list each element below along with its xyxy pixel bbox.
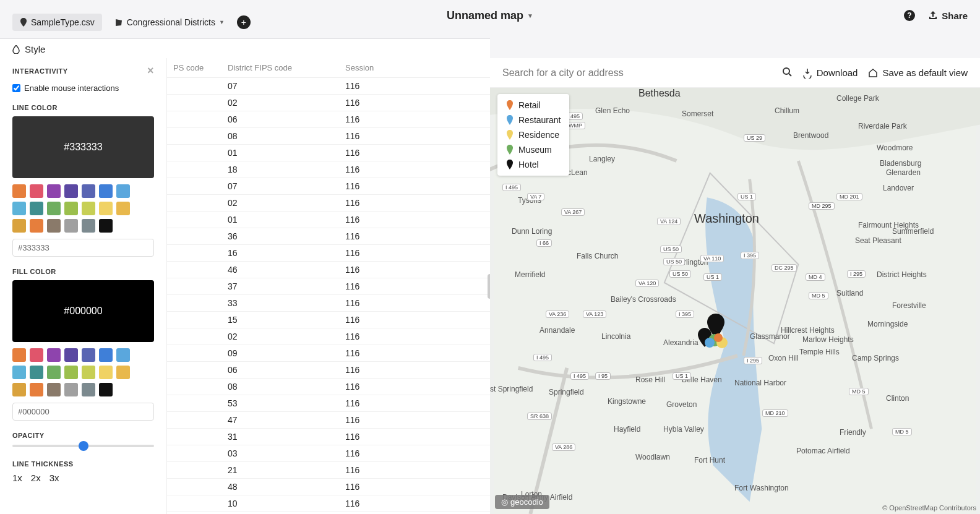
color-swatch[interactable]: [30, 184, 43, 198]
thickness-2x[interactable]: 2x: [31, 473, 41, 483]
add-layer-button[interactable]: +: [237, 15, 251, 29]
color-swatch[interactable]: [99, 383, 113, 396]
share-button[interactable]: Share: [928, 11, 968, 21]
search-input[interactable]: [502, 67, 772, 79]
color-swatch[interactable]: [99, 202, 113, 215]
tab-sample[interactable]: SampleType.csv: [12, 14, 102, 31]
enable-mouse-checkbox[interactable]: [12, 84, 20, 92]
map[interactable]: Washington Bethesda Glen EchoSomersetChi…: [490, 88, 980, 514]
map-title-text: Unnamed map: [447, 9, 523, 22]
color-swatch[interactable]: [82, 383, 95, 396]
color-swatch[interactable]: [116, 366, 130, 379]
color-swatch[interactable]: [99, 219, 113, 233]
table-row[interactable]: 08116: [167, 379, 490, 395]
table-row[interactable]: 18116: [167, 161, 490, 178]
color-swatch[interactable]: [64, 219, 78, 233]
close-icon[interactable]: ×: [147, 64, 154, 77]
color-swatch[interactable]: [99, 366, 113, 379]
color-swatch[interactable]: [82, 202, 95, 215]
opacity-slider[interactable]: [12, 445, 154, 447]
color-swatch[interactable]: [82, 184, 95, 198]
thickness-3x[interactable]: 3x: [49, 473, 59, 483]
download-button[interactable]: Download: [802, 67, 858, 79]
color-swatch[interactable]: [82, 348, 95, 362]
color-swatch[interactable]: [99, 348, 113, 362]
color-swatch[interactable]: [30, 219, 43, 233]
color-swatch[interactable]: [47, 383, 61, 396]
cell-session: 116: [345, 298, 490, 308]
legend-item[interactable]: Museum: [497, 142, 569, 157]
table-row[interactable]: 02116: [167, 328, 490, 345]
table-row[interactable]: 02116: [167, 95, 490, 111]
color-swatch[interactable]: [64, 383, 78, 396]
legend-item[interactable]: Residence: [497, 127, 569, 142]
marker-cluster[interactable]: [691, 311, 741, 362]
color-swatch[interactable]: [47, 184, 61, 198]
line-color-input[interactable]: [12, 239, 154, 257]
table-row[interactable]: 09116: [167, 345, 490, 362]
color-swatch[interactable]: [116, 202, 130, 215]
color-swatch[interactable]: [12, 202, 26, 215]
map-title[interactable]: Unnamed map ▼: [447, 9, 533, 22]
table-row[interactable]: 36116: [167, 228, 490, 245]
color-swatch[interactable]: [30, 202, 43, 215]
color-swatch[interactable]: [116, 184, 130, 198]
table-row[interactable]: 21116: [167, 462, 490, 479]
color-swatch[interactable]: [12, 184, 26, 198]
color-swatch[interactable]: [12, 348, 26, 362]
style-subheader[interactable]: Style: [0, 38, 490, 60]
color-swatch[interactable]: [116, 348, 130, 362]
table-row[interactable]: 37116: [167, 278, 490, 295]
color-swatch[interactable]: [47, 202, 61, 215]
table-row[interactable]: 07116: [167, 178, 490, 195]
color-swatch[interactable]: [82, 219, 95, 233]
tab-congressional[interactable]: Congressional Districts ▼: [107, 14, 232, 31]
table-row[interactable]: 08116: [167, 128, 490, 145]
color-swatch[interactable]: [64, 366, 78, 379]
table-row[interactable]: 33116: [167, 295, 490, 312]
color-swatch[interactable]: [30, 383, 43, 396]
color-swatch[interactable]: [12, 219, 26, 233]
color-swatch[interactable]: [64, 348, 78, 362]
table-row[interactable]: 02116: [167, 195, 490, 212]
color-swatch[interactable]: [99, 184, 113, 198]
table-row[interactable]: 15116: [167, 312, 490, 328]
color-swatch[interactable]: [64, 184, 78, 198]
enable-mouse-row[interactable]: Enable mouse interactions: [12, 84, 154, 93]
fill-color-preview[interactable]: #000000: [12, 280, 154, 342]
cell-ps: [167, 398, 228, 408]
thickness-1x[interactable]: 1x: [12, 473, 22, 483]
legend-item[interactable]: Retail: [497, 98, 569, 113]
table-row[interactable]: 31116: [167, 429, 490, 445]
table-row[interactable]: 10116: [167, 495, 490, 512]
table-row[interactable]: 06116: [167, 111, 490, 128]
cell-ps: [167, 148, 228, 158]
table-row[interactable]: 01116: [167, 145, 490, 161]
table-row[interactable]: 48116: [167, 479, 490, 495]
legend-item[interactable]: Hotel: [497, 157, 569, 172]
color-swatch[interactable]: [47, 219, 61, 233]
table-row[interactable]: 07116: [167, 78, 490, 95]
color-swatch[interactable]: [12, 366, 26, 379]
table-row[interactable]: 46116: [167, 262, 490, 278]
line-color-preview[interactable]: #333333: [12, 116, 154, 178]
cell-session: 116: [345, 365, 490, 375]
search-icon[interactable]: [782, 67, 792, 79]
color-swatch[interactable]: [12, 383, 26, 396]
color-swatch[interactable]: [82, 366, 95, 379]
fill-color-input[interactable]: [12, 403, 154, 421]
table-row[interactable]: 16116: [167, 245, 490, 262]
color-swatch[interactable]: [64, 202, 78, 215]
color-swatch[interactable]: [47, 366, 61, 379]
help-icon[interactable]: ?: [903, 9, 916, 22]
color-swatch[interactable]: [30, 348, 43, 362]
table-row[interactable]: 53116: [167, 395, 490, 412]
legend-item[interactable]: Restaurant: [497, 113, 569, 127]
color-swatch[interactable]: [30, 366, 43, 379]
save-default-button[interactable]: Save as default view: [867, 67, 968, 79]
table-row[interactable]: 01116: [167, 212, 490, 228]
color-swatch[interactable]: [47, 348, 61, 362]
table-row[interactable]: 03116: [167, 445, 490, 462]
table-row[interactable]: 06116: [167, 362, 490, 379]
table-row[interactable]: 47116: [167, 412, 490, 429]
